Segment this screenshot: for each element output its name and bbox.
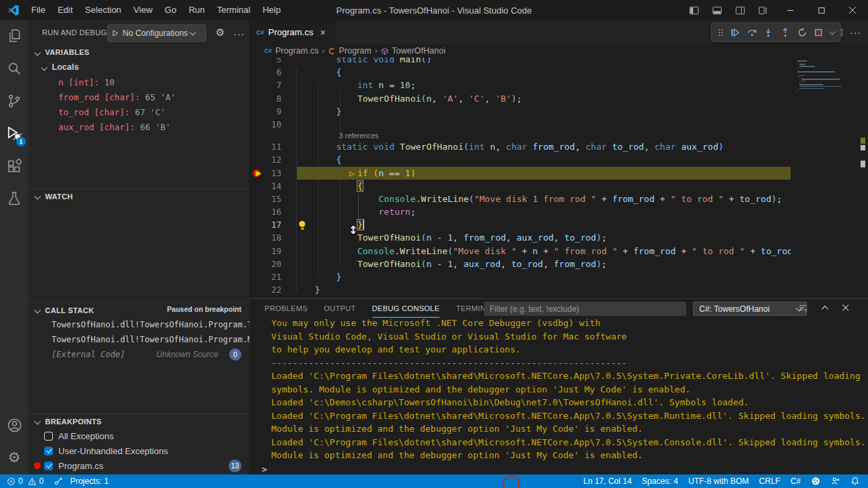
debug-session-dropdown[interactable]: C#: TowersOfHanoi <box>693 302 807 316</box>
panel-tab-output[interactable]: OUTPUT <box>324 299 356 318</box>
panel-tab-debug-console[interactable]: DEBUG CONSOLE <box>372 299 440 318</box>
cursor-position[interactable]: Ln 17, Col 14 <box>583 476 631 486</box>
close-window-button[interactable] <box>837 0 868 20</box>
minimap[interactable] <box>791 58 860 298</box>
language-mode[interactable]: C# <box>791 476 801 486</box>
editor-gutter[interactable]: 15 <box>250 192 294 205</box>
encoding-setting[interactable]: UTF-8 with BOM <box>688 476 749 486</box>
code-line[interactable]: 5 static void Main() <box>250 58 791 66</box>
code-line[interactable]: 8 TowerOfHanoi(n, 'A', 'C', 'B'); <box>250 92 791 105</box>
tab-close-icon[interactable]: × <box>320 27 326 38</box>
restart-button[interactable] <box>797 27 808 38</box>
toggle-sidebar-icon[interactable] <box>682 0 705 20</box>
debug-settings-gear-icon[interactable]: ⚙ <box>216 26 224 39</box>
code-editor[interactable]: 5 static void Main()6 {7 int n = 10;8 To… <box>250 58 791 298</box>
editor-gutter[interactable]: 18 <box>250 231 294 244</box>
code-line[interactable]: 15 Console.WriteLine("Move disk 1 from r… <box>250 192 791 205</box>
stack-frame-row[interactable]: TowersOfHanoi.dll!TowersOfHanoi.Program.… <box>28 332 250 347</box>
stop-dropdown-chevron-icon[interactable] <box>829 28 835 34</box>
code-line[interactable]: 10 <box>250 118 791 131</box>
code-line[interactable]: 14 { <box>250 180 791 192</box>
panel-tab-problems[interactable]: PROBLEMS <box>264 299 308 318</box>
console-input-prompt[interactable]: > <box>262 464 267 474</box>
menu-selection[interactable]: Selection <box>79 0 127 20</box>
tab-program-cs[interactable]: C# Program.cs × <box>250 20 336 44</box>
breakpoint-row[interactable]: Program.cs13 <box>28 458 250 473</box>
close-panel-icon[interactable] <box>841 303 850 312</box>
editor-gutter[interactable]: 22 <box>250 283 294 296</box>
toggle-panel-icon[interactable] <box>705 0 728 20</box>
variable-row[interactable]: from_rod [char]: 65 'A' <box>28 89 250 104</box>
run-and-debug-icon[interactable]: 1 <box>0 118 28 149</box>
editor-gutter[interactable]: 10 <box>250 118 294 131</box>
code-line[interactable]: 18 TowerOfHanoi(n - 1, from_rod, aux_rod… <box>250 231 791 244</box>
code-line[interactable]: 19 Console.WriteLine("Move disk " + n + … <box>250 245 791 258</box>
breakpoint-checkbox[interactable] <box>44 447 53 455</box>
stop-button[interactable] <box>813 27 824 38</box>
breadcrumb-item[interactable]: Program <box>328 46 372 56</box>
code-line[interactable]: 16 return; <box>250 205 791 218</box>
accounts-icon[interactable] <box>0 409 28 441</box>
code-line[interactable]: 21 } <box>250 270 791 283</box>
feedback-icon[interactable] <box>831 476 840 486</box>
explorer-icon[interactable] <box>0 20 28 52</box>
editor-gutter[interactable]: 21 <box>250 270 294 283</box>
manage-gear-icon[interactable]: ⚙ <box>0 442 28 473</box>
stack-frame-row[interactable]: [External Code]Unknown Source0 <box>28 347 250 362</box>
breakpoints-section-header[interactable]: BREAKPOINTS <box>28 413 250 428</box>
codelens-references[interactable]: 3 references <box>339 131 378 140</box>
continue-button[interactable] <box>730 27 741 38</box>
editor-gutter[interactable]: 7 <box>250 79 294 92</box>
variable-row[interactable]: n [int]: 10 <box>28 75 250 89</box>
console-filter-input[interactable] <box>484 302 686 316</box>
watch-section-header[interactable]: WATCH <box>28 188 250 203</box>
problems-status[interactable]: 0 0 <box>7 476 43 486</box>
step-over-button[interactable] <box>747 27 757 38</box>
code-line[interactable]: ▶13 ▷if (n == 1) <box>250 167 791 180</box>
breakpoint-checkbox[interactable] <box>44 432 53 441</box>
testing-icon[interactable] <box>0 183 28 214</box>
toolbar-drag-handle[interactable] <box>717 28 724 37</box>
toggle-secondary-sidebar-icon[interactable] <box>728 0 751 20</box>
menu-view[interactable]: View <box>127 0 159 20</box>
code-line[interactable]: 7 int n = 10; <box>250 79 791 92</box>
code-line[interactable]: 12 { <box>250 153 791 166</box>
editor-more-actions-icon[interactable]: ··· <box>850 27 861 38</box>
menu-edit[interactable]: Edit <box>52 0 79 20</box>
code-line[interactable]: 22 } <box>250 283 791 296</box>
eol-setting[interactable]: CRLF <box>759 476 780 486</box>
breakpoint-row[interactable]: All Exceptions <box>28 428 250 443</box>
maximize-button[interactable] <box>806 0 837 20</box>
extensions-icon[interactable] <box>0 150 28 182</box>
editor-gutter[interactable]: 20 <box>250 258 294 270</box>
notifications-bell-icon[interactable] <box>850 476 860 486</box>
debug-console-output[interactable]: You may only use the Microsoft .NET Core… <box>271 317 864 463</box>
step-out-button[interactable] <box>780 27 791 38</box>
variable-row[interactable]: aux_rod [char]: 66 'B' <box>28 119 250 134</box>
code-line[interactable]: 9 } <box>250 105 791 118</box>
step-into-button[interactable] <box>763 27 774 38</box>
editor-gutter[interactable]: 12 <box>250 153 294 166</box>
debug-configuration-dropdown[interactable]: No Configurations <box>107 24 206 42</box>
code-line[interactable]: 20 TowerOfHanoi(n - 1, aux_rod, to_rod, … <box>250 258 791 270</box>
editor-gutter[interactable]: 14 <box>250 180 294 192</box>
variables-section-header[interactable]: VARIABLES <box>28 45 250 60</box>
sidebar-more-actions-icon[interactable]: ··· <box>233 27 245 41</box>
editor-gutter[interactable]: 19 <box>250 245 294 258</box>
menu-go[interactable]: Go <box>159 0 182 20</box>
search-icon[interactable] <box>0 53 28 84</box>
variable-row[interactable]: to_rod [char]: 67 'C' <box>28 104 250 119</box>
editor-gutter[interactable]: 17 <box>250 218 294 231</box>
breakpoint-checkbox[interactable] <box>44 462 53 470</box>
stack-frame-row[interactable]: TowersOfHanoi.dll!TowersOfHanoi.Program.… <box>28 317 250 332</box>
project-status[interactable]: Projects: 1 <box>54 476 108 486</box>
editor-gutter[interactable]: 8 <box>250 92 294 105</box>
maximize-panel-icon[interactable] <box>820 303 830 313</box>
menu-file[interactable]: File <box>25 0 52 20</box>
editor-gutter[interactable]: 6 <box>250 66 294 79</box>
editor-gutter[interactable]: 9 <box>250 105 294 118</box>
editor-gutter[interactable]: ▶13 <box>250 167 294 180</box>
indentation-setting[interactable]: Spaces: 4 <box>642 476 678 486</box>
code-line[interactable]: 17 } <box>250 218 791 231</box>
breadcrumb-item[interactable]: TowerOfHanoi <box>381 46 446 56</box>
